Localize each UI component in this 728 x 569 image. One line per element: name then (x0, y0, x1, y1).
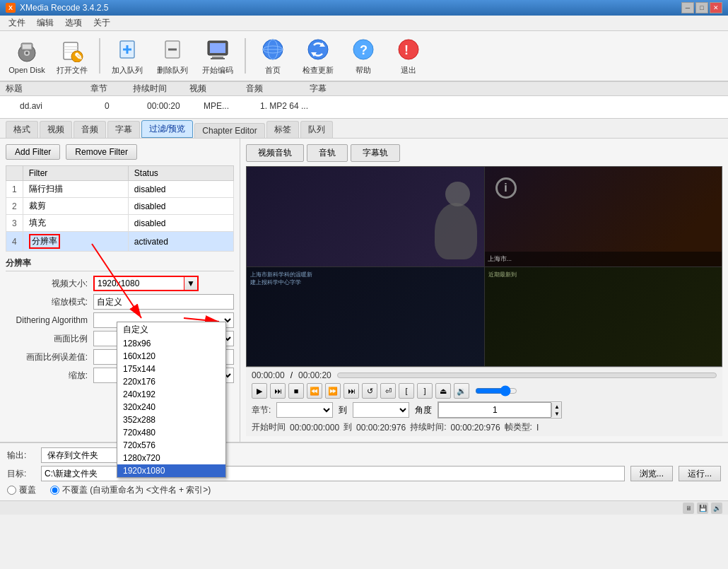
time-separator: / (290, 370, 293, 380)
help-button[interactable]: ? 帮助 (342, 34, 384, 78)
filter-num-4: 4 (6, 232, 23, 252)
menu-about[interactable]: 关于 (88, 16, 116, 30)
title-bar: X XMedia Recode 3.4.2.5 ─ □ ✕ (0, 0, 728, 16)
tab-queue[interactable]: 队列 (300, 121, 333, 138)
filter-row-1[interactable]: 1 隔行扫描 disabled (6, 181, 234, 198)
degree-input[interactable]: 1 (438, 402, 551, 418)
menu-file[interactable]: 文件 (3, 16, 31, 30)
tab-tags[interactable]: 标签 (266, 121, 299, 138)
vol-down-button[interactable]: 🔉 (454, 383, 469, 399)
open-disk-icon (14, 37, 40, 63)
add-queue-button[interactable]: 加入队列 (106, 34, 148, 78)
dropdown-option-128[interactable]: 128x96 (117, 337, 225, 350)
rewind-button[interactable]: ⏪ (307, 383, 322, 399)
home-button[interactable]: 首页 (252, 34, 294, 78)
toolbar-separator-2 (245, 38, 246, 74)
next-frame-button[interactable]: ⏭ (270, 383, 286, 399)
mark-in-button[interactable]: ⏎ (380, 383, 396, 399)
frame-type-label: 帧类型: (505, 421, 532, 433)
radio-no-overwrite[interactable] (50, 486, 59, 495)
add-filter-button[interactable]: Add Filter (6, 144, 60, 160)
dropdown-option-240[interactable]: 240x192 (117, 388, 225, 401)
filter-name-3: 填充 (23, 215, 128, 232)
dropdown-option-720x480[interactable]: 720x480 (117, 426, 225, 439)
filter-num-2: 2 (6, 198, 23, 215)
loop-button[interactable]: ↺ (362, 383, 377, 399)
radio-overwrite[interactable] (7, 486, 16, 495)
menu-edit[interactable]: 编辑 (31, 16, 59, 30)
degree-down[interactable]: ▼ (551, 410, 561, 417)
tab-audio[interactable]: 音频 (74, 121, 106, 138)
dropdown-option-1280[interactable]: 1280x720 (117, 452, 225, 464)
degree-up[interactable]: ▲ (551, 403, 561, 410)
tab-format[interactable]: 格式 (6, 121, 38, 138)
play-button[interactable]: ▶ (252, 383, 267, 399)
video-content: i 上海市... 上海市新科学科的温暖新建上报科学中心字学 近期最新到 (247, 167, 722, 366)
minimize-button[interactable]: ─ (681, 2, 694, 13)
remove-filter-button[interactable]: Remove Filter (66, 144, 137, 160)
dropdown-option-352[interactable]: 352x288 (117, 413, 225, 426)
video-size-input[interactable]: 1920x1080 (93, 276, 185, 291)
browse-button[interactable]: 浏览... (630, 466, 673, 481)
audio-track-tab[interactable]: 音轨 (307, 144, 348, 162)
video-cell-4: 近期最新到 (485, 267, 722, 367)
video-size-dropdown[interactable]: 自定义 128x96 160x120 175x144 220x176 240x1… (117, 322, 226, 478)
tab-subtitle[interactable]: 字幕 (107, 121, 140, 138)
skip-forward-button[interactable]: ⏭ (344, 383, 359, 399)
filter-row-4[interactable]: 4 分辨率 activated (6, 232, 234, 252)
start-time-label: 开始时间 (252, 421, 286, 433)
file-list-area: 标题 章节 持续时间 视频 音频 字幕 dd.avi 0 00:00:20 MP… (0, 82, 728, 119)
restore-button[interactable]: □ (695, 2, 708, 13)
dropdown-option-custom[interactable]: 自定义 (117, 322, 225, 337)
fast-forward-button[interactable]: ⏩ (325, 383, 341, 399)
filter-row-3[interactable]: 3 填充 disabled (6, 215, 234, 232)
video-track-tab[interactable]: 视频音轨 (246, 144, 304, 162)
subtitle-track-tab[interactable]: 字幕轨 (351, 144, 400, 162)
encode-run-button[interactable]: 运行... (679, 466, 721, 481)
filter-status-2: disabled (128, 198, 233, 215)
chapter-end-select[interactable] (353, 402, 409, 418)
file-list-row[interactable]: dd.avi 0 00:00:20 MPE... 1. MP2 64 ... (0, 96, 728, 116)
dropdown-option-175[interactable]: 175x144 (117, 363, 225, 375)
filter-buttons: Add Filter Remove Filter (6, 144, 234, 160)
col-title: 标题 (6, 83, 90, 95)
svg-rect-4 (23, 45, 31, 49)
dropdown-option-720x576[interactable]: 720x576 (117, 439, 225, 452)
tab-video[interactable]: 视频 (40, 121, 72, 138)
output-label: 输出: (7, 450, 35, 462)
video-size-dropdown-arrow[interactable]: ▼ (184, 276, 199, 291)
svg-rect-14 (210, 43, 225, 53)
check-update-button[interactable]: 检查更新 (297, 34, 339, 78)
open-file-button[interactable]: ✎ 打开文件 (51, 34, 93, 78)
mark-out-button[interactable]: ⏏ (435, 383, 451, 399)
dropdown-option-1920[interactable]: 1920x1080 (117, 464, 225, 477)
progress-bar[interactable] (337, 373, 717, 378)
filter-row-2[interactable]: 2 裁剪 disabled (6, 198, 234, 215)
scale-mode-input[interactable]: 自定义 (93, 294, 234, 310)
exit-button[interactable]: ! 退出 (387, 34, 430, 78)
col-subtitle: 字幕 (310, 83, 366, 95)
remove-queue-button[interactable]: 删除队列 (151, 34, 194, 78)
tab-filter-preview[interactable]: 过滤/预览 (141, 120, 193, 138)
volume-slider[interactable] (475, 385, 517, 397)
radio-overwrite-label[interactable]: 覆盖 (7, 484, 36, 496)
row-chapter: 0 (105, 101, 147, 111)
tab-chapter-editor[interactable]: Chapter Editor (194, 123, 264, 138)
open-disk-button[interactable]: Open Disk (6, 34, 48, 78)
col-duration: 持续时间 (133, 83, 189, 95)
player-controls: 00:00:00 / 00:00:20 ▶ ⏭ ■ ⏪ ⏩ ⏭ ↺ ⏎ [ ] (246, 367, 722, 436)
stop-button[interactable]: ■ (288, 383, 304, 399)
radio-no-overwrite-label[interactable]: 不覆盖 (自动重命名为 <文件名 + 索引>) (50, 484, 211, 496)
mark-end-button[interactable]: ] (417, 383, 433, 399)
start-encode-button[interactable]: 开始编码 (196, 34, 239, 78)
dropdown-option-220[interactable]: 220x176 (117, 375, 225, 388)
video-cell-2: i 上海市... (485, 167, 722, 266)
dropdown-option-160[interactable]: 160x120 (117, 350, 225, 363)
close-button[interactable]: ✕ (710, 2, 722, 13)
chapter-start-select[interactable] (276, 402, 333, 418)
menu-options[interactable]: 选项 (59, 16, 88, 30)
dropdown-option-320[interactable]: 320x240 (117, 401, 225, 413)
mark-start-button[interactable]: [ (399, 383, 414, 399)
filter-num-1: 1 (6, 181, 23, 198)
video-size-select-wrapper: 1920x1080 ▼ (93, 276, 234, 291)
